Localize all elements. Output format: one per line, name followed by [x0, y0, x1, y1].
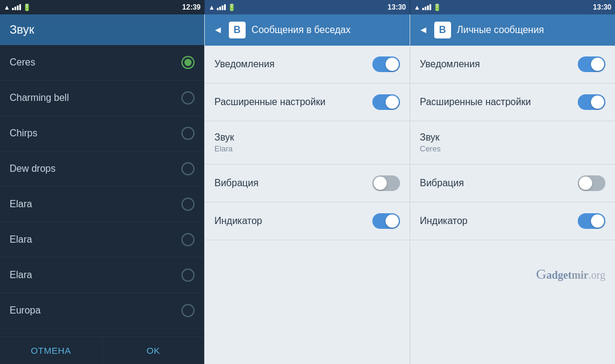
right-time: 13:30 [593, 3, 611, 11]
setting-label-container: Вибрация [214, 178, 258, 189]
status-bar-left: ▲ 🔋 12:39 [0, 0, 204, 14]
radio-button[interactable] [181, 268, 195, 282]
setting-row: Индикатор [410, 202, 615, 240]
radio-button[interactable] [181, 198, 195, 211]
setting-label: Вибрация [420, 178, 464, 189]
left-time: 12:39 [182, 3, 201, 11]
toggle-indicator-right[interactable] [578, 213, 605, 229]
toggle-indicator-mid[interactable] [372, 213, 400, 229]
sound-item-name: Elara [10, 270, 32, 281]
setting-label-container: Индикатор [214, 216, 262, 226]
toggle-knob [591, 58, 604, 71]
setting-row: Вибрация [205, 165, 410, 202]
toggle-knob [591, 214, 604, 228]
right-panel-header: ◄ В Личные сообщения [410, 14, 615, 46]
mid-time: 13:30 [387, 3, 406, 11]
radio-button[interactable] [181, 233, 195, 246]
toggle-vibration-right[interactable] [578, 175, 605, 191]
list-item[interactable]: Chirps [0, 116, 204, 151]
status-bar-mid: ▲ 🔋 13:30 [204, 0, 410, 14]
left-status-icons: ▲ 🔋 [4, 3, 31, 11]
toggle-notifications-right[interactable] [578, 56, 605, 72]
sound-list: Ceres Charming bell Chirps Dew drops Ela… [0, 45, 204, 336]
right-back-arrow[interactable]: ◄ [419, 25, 428, 35]
radio-button-selected[interactable] [181, 56, 195, 69]
toggle-knob [579, 177, 592, 190]
mid-back-arrow[interactable]: ◄ [213, 25, 223, 35]
sound-item-name: Elara [10, 234, 32, 245]
right-panel-content: Уведомления Расширенные настройки [410, 46, 615, 364]
status-bars: ▲ 🔋 12:39 ▲ [0, 0, 615, 14]
list-item[interactable]: Elara [0, 222, 204, 258]
setting-label-container: Индикатор [420, 216, 467, 226]
setting-row: Вибрация [410, 165, 615, 202]
main-layout: Звук Ceres Charming bell Chirps Dew drop… [0, 14, 615, 364]
radio-button[interactable] [181, 127, 195, 140]
mid-panel-content: Уведомления Расширенные настройки [205, 46, 410, 364]
right-status-icons: ▲ 🔋 [414, 3, 441, 11]
cancel-button[interactable]: Отмена [0, 337, 103, 364]
setting-label: Звук [420, 132, 441, 143]
setting-label-container: Уведомления [420, 59, 480, 70]
mid-vk-logo: В [229, 22, 246, 38]
sound-item-name: Ceres [10, 57, 35, 68]
right-panel: ◄ В Личные сообщения Уведомления [410, 14, 615, 364]
mid-panel: ◄ В Сообщения в беседах Уведомления [204, 14, 410, 364]
toggle-knob [374, 177, 387, 190]
setting-label: Уведомления [420, 59, 480, 70]
left-panel: Звук Ceres Charming bell Chirps Dew drop… [0, 14, 204, 364]
left-panel-title: Звук [10, 23, 34, 36]
list-item[interactable]: Elara [0, 258, 204, 293]
setting-label-container: Звук Ceres [420, 132, 441, 153]
setting-row: Уведомления [205, 46, 410, 83]
setting-label: Индикатор [214, 216, 262, 226]
mid-panel-header: ◄ В Сообщения в беседах [205, 14, 410, 46]
setting-row[interactable]: Звук Elara [205, 121, 410, 165]
list-item[interactable]: Ceres [0, 45, 204, 80]
setting-label: Уведомления [214, 59, 274, 70]
watermark-container: Gadgetmir.org [410, 240, 615, 288]
mid-wifi-icon: ▲ [208, 4, 215, 11]
setting-label-container: Расширенные настройки [214, 97, 326, 108]
sound-item-name: Chirps [10, 128, 37, 139]
setting-label-container: Вибрация [420, 178, 464, 189]
toggle-advanced-right[interactable] [578, 94, 605, 110]
setting-label: Индикатор [420, 216, 467, 226]
radio-button[interactable] [181, 162, 195, 175]
right-wifi-icon: ▲ [414, 4, 420, 11]
left-panel-header: Звук [0, 14, 204, 45]
mid-signal-icon [217, 3, 226, 11]
setting-row[interactable]: Звук Ceres [410, 121, 615, 165]
wifi-icon: ▲ [4, 4, 10, 11]
setting-sublabel: Elara [214, 144, 234, 153]
toggle-advanced-mid[interactable] [372, 94, 400, 110]
sound-item-name: Dew drops [10, 163, 55, 174]
list-item[interactable]: Charming bell [0, 80, 204, 116]
signal-icon [12, 3, 21, 11]
radio-button[interactable] [181, 91, 195, 105]
toggle-knob [386, 214, 399, 228]
left-panel-footer: Отмена OK [0, 336, 204, 364]
toggle-knob [591, 96, 604, 109]
toggle-vibration-mid[interactable] [372, 175, 400, 191]
list-item[interactable]: Dew drops [0, 151, 204, 187]
toggle-notifications-mid[interactable] [372, 56, 400, 72]
sound-item-name: Charming bell [10, 93, 69, 103]
mid-battery-icon: 🔋 [228, 4, 236, 11]
right-battery-icon: 🔋 [433, 4, 441, 11]
setting-label-container: Уведомления [214, 59, 274, 70]
setting-sublabel: Ceres [420, 144, 441, 153]
setting-label: Расширенные настройки [420, 97, 531, 108]
ok-button[interactable]: OK [103, 337, 205, 364]
toggle-knob [386, 96, 399, 109]
radio-button[interactable] [181, 304, 195, 317]
sound-item-name: Elara [10, 199, 32, 210]
list-item[interactable]: Europa [0, 293, 204, 329]
setting-row: Расширенные настройки [410, 83, 615, 121]
right-vk-logo: В [434, 22, 451, 38]
setting-label-container: Звук Elara [214, 132, 234, 153]
toggle-knob [386, 58, 399, 71]
list-item[interactable]: Elara [0, 187, 204, 222]
mid-status-icons: ▲ 🔋 [208, 3, 236, 11]
setting-label: Вибрация [214, 178, 258, 189]
